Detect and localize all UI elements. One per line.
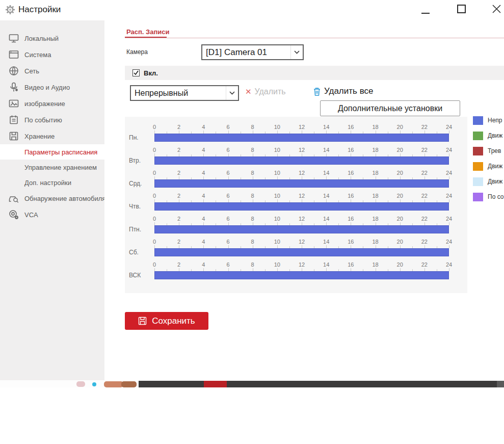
- legend-item: По со: [473, 192, 504, 201]
- sidebar-item-image[interactable]: изображение: [0, 95, 104, 112]
- car-search-icon: [8, 193, 19, 204]
- hour-tick-label: 2: [177, 262, 180, 268]
- schedule-bar[interactable]: [154, 271, 449, 279]
- hour-tick-label: 12: [299, 170, 305, 176]
- hour-tick-label: 2: [177, 216, 180, 222]
- hour-tick-label: 0: [153, 262, 156, 268]
- legend-item: Непр: [473, 116, 504, 125]
- camera-select[interactable]: [D1] Camera 01: [201, 44, 304, 60]
- hour-tick-label: 14: [323, 193, 329, 199]
- hour-tick-label: 0: [153, 147, 156, 153]
- sidebar-item-local[interactable]: Локальный: [0, 30, 104, 46]
- sidebar-item-event[interactable]: По событию: [0, 112, 104, 128]
- delete-button[interactable]: ✕ Удалить: [245, 87, 286, 96]
- close-button[interactable]: [491, 4, 502, 14]
- sidebar-item-video-audio[interactable]: Видео и Аудио: [0, 79, 104, 95]
- legend-item: Движ: [473, 162, 504, 171]
- hour-tick-label: 2: [177, 124, 180, 130]
- sidebar-item-label: Сеть: [24, 67, 39, 75]
- settings-window: Настройки ЛокальныйСистемаСетьВидео и Ау…: [0, 0, 504, 380]
- schedule-row-5[interactable]: Птн.024681012141618202224: [125, 216, 467, 239]
- hour-tick-label: 20: [397, 147, 403, 153]
- day-label: Сб.: [129, 248, 152, 256]
- enable-label: Вкл.: [144, 69, 158, 77]
- mic-icon: [8, 82, 19, 93]
- schedule-row-2[interactable]: Втр.024681012141618202224: [125, 147, 467, 170]
- schedule-row-1[interactable]: Пн.024681012141618202224: [125, 124, 467, 147]
- sidebar-item-schedule-settings[interactable]: Параметры расписания: [0, 144, 104, 160]
- background-red-button: [204, 381, 227, 387]
- record-type-select[interactable]: Непрерывный: [130, 85, 239, 101]
- hour-tick-label: 8: [251, 193, 254, 199]
- hour-tick-label: 18: [372, 262, 378, 268]
- hour-tick-label: 12: [299, 239, 305, 245]
- sidebar-item-vehicle-detection[interactable]: Обнаружение автомобиля: [0, 190, 104, 206]
- save-button[interactable]: Сохранить: [125, 312, 208, 330]
- hour-tick-label: 2: [177, 193, 180, 199]
- legend: НепрДвижТревДвижДвижПо со: [473, 116, 504, 207]
- schedule-grid[interactable]: Пн.024681012141618202224Втр.024681012141…: [125, 117, 467, 293]
- hour-tick-label: 10: [274, 147, 280, 153]
- sidebar-item-vca[interactable]: VCA: [0, 206, 104, 223]
- schedule-bar[interactable]: [154, 202, 449, 211]
- schedule-bar[interactable]: [154, 248, 449, 256]
- hour-tick-label: 22: [421, 147, 428, 153]
- hour-tick-label: 24: [446, 239, 452, 245]
- schedule-bar[interactable]: [154, 225, 449, 233]
- hour-tick-label: 16: [348, 124, 354, 130]
- enable-checkbox[interactable]: [132, 69, 140, 76]
- hour-tick-label: 24: [446, 147, 452, 153]
- delete-all-label: Удалить все: [324, 86, 373, 96]
- hour-tick-label: 6: [226, 239, 229, 245]
- advanced-settings-button[interactable]: Дополнительные установки: [320, 100, 460, 116]
- maximize-button[interactable]: [457, 5, 466, 13]
- tab-divider-line: [125, 38, 504, 38]
- minimize-button[interactable]: [421, 9, 430, 18]
- sidebar: ЛокальныйСистемаСетьВидео и Аудиоизображ…: [0, 20, 104, 380]
- sidebar-item-network[interactable]: Сеть: [0, 63, 104, 79]
- legend-swatch: [473, 147, 483, 155]
- hour-axis: 024681012141618202224: [154, 216, 449, 239]
- hour-axis: 024681012141618202224: [154, 193, 449, 216]
- sidebar-item-label: Локальный: [24, 35, 59, 42]
- legend-label: Движ: [483, 178, 502, 185]
- hour-tick-label: 14: [323, 124, 329, 130]
- hour-tick-label: 2: [177, 170, 180, 176]
- background-toolbar-end: [497, 381, 504, 387]
- legend-label: Движ: [483, 132, 502, 139]
- hour-tick-label: 20: [397, 193, 403, 199]
- sidebar-item-storage[interactable]: Хранение: [0, 128, 104, 144]
- schedule-row-7[interactable]: ВСК024681012141618202224: [125, 262, 467, 284]
- schedule-row-6[interactable]: Сб.024681012141618202224: [125, 239, 467, 262]
- hour-tick-label: 24: [446, 193, 452, 199]
- hour-tick-label: 12: [299, 216, 305, 222]
- day-label: Пн.: [129, 134, 152, 142]
- hour-tick-label: 4: [202, 262, 205, 268]
- hour-axis: 024681012141618202224: [154, 170, 449, 193]
- thumbnail-decor: [121, 381, 137, 387]
- schedule-row-3[interactable]: Срд.024681012141618202224: [125, 170, 467, 193]
- schedule-bar[interactable]: [154, 179, 449, 188]
- hour-tick-label: 24: [446, 170, 452, 176]
- sidebar-item-storage-management[interactable]: Управление хранением: [0, 160, 104, 175]
- schedule-bar[interactable]: [154, 134, 449, 142]
- hour-tick-label: 10: [274, 193, 280, 199]
- sidebar-item-advanced-settings[interactable]: Доп. настройки: [0, 175, 104, 190]
- tab-record-schedule[interactable]: Расп. Записи: [126, 28, 169, 36]
- monitor-icon: [8, 33, 19, 44]
- schedule-bar[interactable]: [154, 156, 449, 165]
- hour-tick-label: 4: [202, 170, 205, 176]
- camera-select-value: [D1] Camera 01: [202, 47, 290, 58]
- hour-tick-label: 22: [421, 193, 428, 199]
- hour-tick-label: 12: [299, 124, 305, 130]
- schedule-row-4[interactable]: Чтв.024681012141618202224: [125, 193, 467, 216]
- save-floppy-icon: [138, 317, 147, 325]
- hour-tick-label: 18: [372, 216, 378, 222]
- hour-tick-label: 16: [348, 193, 354, 199]
- background-app-strip: [0, 381, 504, 387]
- sidebar-item-system[interactable]: Система: [0, 46, 104, 63]
- delete-all-button[interactable]: Удалить все: [313, 86, 373, 96]
- day-label: ВСК: [129, 271, 152, 279]
- hour-tick-label: 0: [153, 193, 156, 199]
- hour-tick-label: 12: [299, 147, 305, 153]
